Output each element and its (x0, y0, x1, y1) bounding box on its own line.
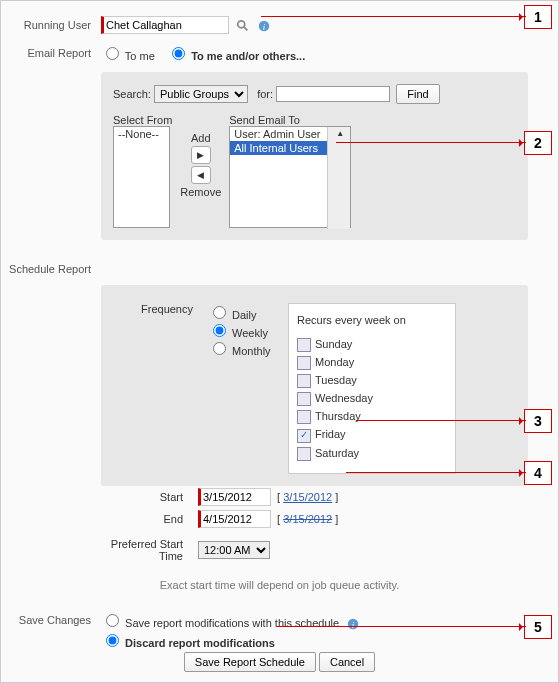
callout-arrow (336, 142, 526, 143)
search-for-input[interactable] (276, 86, 390, 102)
freq-weekly-radio[interactable]: Weekly (208, 327, 268, 339)
search-label: Search: (113, 88, 151, 100)
callout-arrow (276, 626, 526, 627)
running-user-label: Running User (1, 16, 101, 31)
callout-4: 4 (524, 461, 552, 485)
search-scope-select[interactable]: Public Groups (154, 85, 248, 103)
pst-select[interactable]: 12:00 AM (198, 541, 270, 559)
callout-arrow (356, 420, 526, 421)
select-from-label: Select From (113, 114, 172, 126)
save-schedule-button[interactable]: Save Report Schedule (184, 652, 316, 672)
end-link[interactable]: 3/15/2012 (283, 513, 332, 525)
day-wednesday[interactable]: Wednesday (297, 390, 447, 408)
add-label: Add (180, 132, 221, 144)
remove-label: Remove (180, 186, 221, 198)
start-input[interactable] (198, 488, 271, 506)
discard-mods-radio[interactable]: Discard report modifications (101, 637, 275, 649)
email-report-label: Email Report (1, 44, 101, 59)
callout-1: 1 (524, 5, 552, 29)
recur-label: Recurs every week on (297, 312, 447, 328)
email-others-label: To me and/or others... (191, 50, 305, 62)
day-saturday[interactable]: Saturday (297, 445, 447, 463)
remove-button[interactable]: ◀ (191, 166, 211, 184)
day-thursday[interactable]: Thursday (297, 408, 447, 426)
callout-arrow (261, 16, 526, 17)
end-label: End (103, 513, 198, 525)
schedule-panel: Frequency Daily Weekly Monthly Recurs ev… (101, 285, 528, 486)
select-from-list[interactable]: --None-- (113, 126, 170, 228)
pst-label: Preferred Start Time (88, 538, 198, 562)
start-label: Start (103, 491, 198, 503)
recipient-panel: Search: Public Groups for: Find Select F… (101, 72, 528, 240)
email-tome-radio[interactable]: To me (101, 50, 155, 62)
end-input[interactable] (198, 510, 271, 528)
recur-box: Recurs every week on SundayMondayTuesday… (288, 303, 456, 474)
callout-2: 2 (524, 131, 552, 155)
info-icon[interactable]: i (257, 19, 271, 33)
for-label: for: (257, 88, 273, 100)
day-sunday[interactable]: Sunday (297, 336, 447, 354)
send-to-list[interactable]: User: Admin User All Internal Users ▲ (229, 126, 351, 228)
schedule-report-label: Schedule Report (1, 260, 101, 275)
save-changes-label: Save Changes (1, 611, 101, 626)
day-monday[interactable]: Monday (297, 354, 447, 372)
add-button[interactable]: ▶ (191, 146, 211, 164)
email-tome-label: To me (125, 50, 155, 62)
email-others-radio[interactable]: To me and/or others... (167, 50, 305, 62)
start-link[interactable]: 3/15/2012 (283, 491, 332, 503)
day-friday[interactable]: ✓Friday (297, 426, 447, 444)
callout-3: 3 (524, 409, 552, 433)
lookup-icon[interactable] (236, 19, 250, 33)
info-icon[interactable]: i (346, 617, 360, 631)
start-time-note: Exact start time will depend on job queu… (1, 579, 558, 591)
send-to-label: Send Email To (229, 114, 351, 126)
callout-arrow (346, 472, 526, 473)
svg-point-0 (238, 21, 245, 28)
cancel-button[interactable]: Cancel (319, 652, 375, 672)
day-tuesday[interactable]: Tuesday (297, 372, 447, 390)
list-item[interactable]: --None-- (114, 127, 169, 141)
find-button[interactable]: Find (396, 84, 439, 104)
freq-daily-radio[interactable]: Daily (208, 309, 257, 321)
callout-5: 5 (524, 615, 552, 639)
freq-monthly-radio[interactable]: Monthly (208, 345, 271, 357)
svg-line-1 (244, 27, 248, 31)
running-user-input[interactable] (101, 16, 229, 34)
frequency-label: Frequency (113, 303, 208, 474)
